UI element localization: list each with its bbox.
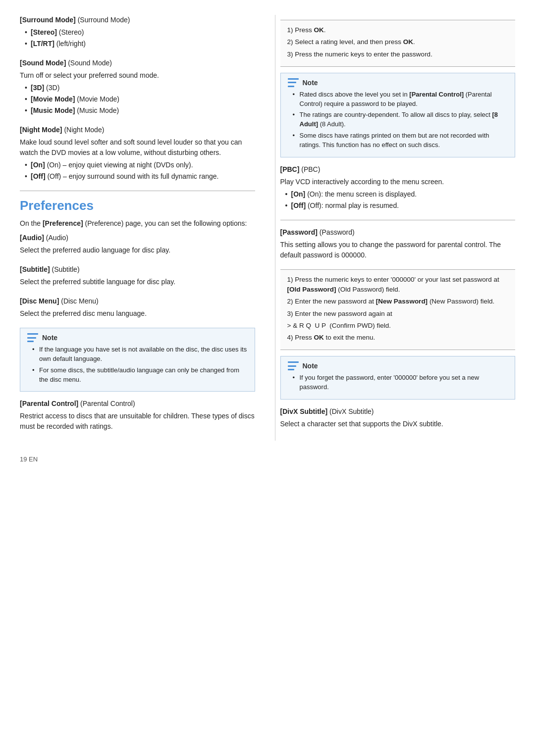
- parental-control-desc: Restrict access to discs that are unsuit…: [20, 411, 255, 432]
- sound-mode-section: [Sound Mode] (Sound Mode) Turn off or se…: [20, 58, 255, 116]
- steps-parental-box: 1) Press OK. 2) Select a rating level, a…: [280, 20, 516, 67]
- list-item: For some discs, the subtitle/audio langu…: [32, 366, 248, 385]
- note-label: Note: [303, 362, 318, 370]
- note-list: If the language you have set is not avai…: [27, 345, 248, 384]
- note-icon: [27, 333, 38, 342]
- note-list: Rated discs above the level you set in […: [288, 90, 508, 150]
- note-label: Note: [42, 334, 57, 342]
- list-item: Some discs have ratings printed on them …: [293, 131, 508, 150]
- note-header: Note: [288, 361, 508, 370]
- surround-mode-section: [Surround Mode] (Surround Mode) [Stereo]…: [20, 15, 255, 49]
- note-box-parental: Note Rated discs above the level you set…: [280, 73, 516, 157]
- list-item: The ratings are country-dependent. To al…: [293, 110, 508, 129]
- night-mode-desc: Make loud sound level softer and soft so…: [20, 137, 255, 158]
- note-box-preferences: Note If the language you have set is not…: [20, 328, 255, 392]
- audio-title: [Audio] (Audio): [20, 233, 255, 243]
- sound-mode-title: [Sound Mode] (Sound Mode): [20, 58, 255, 68]
- page-number: 19: [20, 455, 27, 463]
- note-icon: [288, 78, 299, 87]
- list-item: [On] (On): the menu screen is displayed.: [285, 189, 516, 200]
- step-1: 1) Press the numeric keys to enter '0000…: [287, 275, 509, 295]
- audio-section: [Audio] (Audio) Select the preferred aud…: [20, 233, 255, 255]
- pbc-title: [PBC] (PBC): [280, 164, 516, 175]
- steps-password-box: 1) Press the numeric keys to enter '0000…: [280, 269, 516, 351]
- step-3: 3) Press the numeric keys to enter the p…: [287, 50, 509, 59]
- list-item: [Off] (Off) – enjoy surround sound with …: [25, 171, 255, 182]
- password-desc: This setting allows you to change the pa…: [280, 240, 516, 260]
- subtitle-title: [Subtitle] (Subtitle): [20, 264, 255, 275]
- list-item: If you forget the password, enter '00000…: [293, 373, 508, 392]
- disc-menu-desc: Select the preferred disc menu language.: [20, 308, 255, 319]
- subtitle-section: [Subtitle] (Subtitle) Select the preferr…: [20, 264, 255, 287]
- surround-mode-title: [Surround Mode] (Surround Mode): [20, 15, 255, 25]
- list-item: [3D] (3D): [25, 83, 255, 93]
- pbc-list: [On] (On): the menu screen is displayed.…: [280, 189, 516, 211]
- section-divider: [20, 191, 255, 191]
- section-divider: [280, 220, 516, 220]
- pbc-desc: Play VCD interactively according to the …: [280, 177, 516, 187]
- step-2: 2) Select a rating level, and then press…: [287, 37, 509, 47]
- sound-mode-list: [3D] (3D) [Movie Mode] (Movie Mode) [Mus…: [20, 83, 255, 116]
- list-item: [LT/RT] (left/right): [25, 39, 255, 49]
- subtitle-desc: Select the preferred subtitle language f…: [20, 277, 255, 287]
- night-mode-list: [On] (On) – enjoy quiet viewing at night…: [20, 160, 255, 182]
- list-item: Rated discs above the level you set in […: [293, 90, 508, 109]
- right-column: 1) Press OK. 2) Select a rating level, a…: [275, 15, 516, 441]
- night-mode-section: [Night Mode] (Night Mode) Make loud soun…: [20, 125, 255, 182]
- left-column: [Surround Mode] (Surround Mode) [Stereo]…: [20, 15, 260, 441]
- note-icon: [288, 361, 299, 370]
- sound-mode-desc: Turn off or select your preferred sound …: [20, 70, 255, 81]
- list-item: [Movie Mode] (Movie Mode): [25, 94, 255, 104]
- password-title: [Password] (Password): [280, 227, 516, 238]
- password-section: [Password] (Password) This setting allow…: [280, 227, 516, 260]
- step-4: 4) Press OK to exit the menu.: [287, 333, 509, 343]
- disc-menu-title: [Disc Menu] (Disc Menu): [20, 296, 255, 306]
- surround-mode-list: [Stereo] (Stereo) [LT/RT] (left/right): [20, 27, 255, 49]
- preferences-heading: Preferences: [20, 198, 255, 213]
- note-list: If you forget the password, enter '00000…: [288, 373, 508, 392]
- list-item: [Off] (Off): normal play is resumed.: [285, 201, 516, 211]
- list-item: [Music Mode] (Music Mode): [25, 105, 255, 116]
- note-label: Note: [303, 79, 318, 87]
- audio-desc: Select the preferred audio language for …: [20, 245, 255, 255]
- night-mode-title: [Night Mode] (Night Mode): [20, 125, 255, 135]
- parental-control-title: [Parental Control] (Parental Control): [20, 399, 255, 409]
- parental-control-section: [Parental Control] (Parental Control) Re…: [20, 399, 255, 432]
- divx-subtitle-section: [DivX Subtitle] (DivX Subtitle) Select a…: [280, 406, 516, 429]
- note-header: Note: [288, 78, 508, 87]
- page-lang-code: EN: [29, 455, 38, 463]
- step-3b: > & R Q U P (Confirm PWD) field.: [287, 321, 509, 331]
- page-footer: 19 EN: [20, 455, 515, 463]
- step-1: 1) Press OK.: [287, 25, 509, 35]
- note-box-password: Note If you forget the password, enter '…: [280, 356, 516, 400]
- pbc-section: [PBC] (PBC) Play VCD interactively accor…: [280, 164, 516, 211]
- disc-menu-section: [Disc Menu] (Disc Menu) Select the prefe…: [20, 296, 255, 319]
- list-item: If the language you have set is not avai…: [32, 345, 248, 364]
- divx-subtitle-title: [DivX Subtitle] (DivX Subtitle): [280, 406, 516, 417]
- divx-subtitle-desc: Select a character set that supports the…: [280, 419, 516, 429]
- preferences-intro: On the [Preference] (Preference) page, y…: [20, 218, 255, 229]
- note-header: Note: [27, 333, 248, 342]
- list-item: [On] (On) – enjoy quiet viewing at night…: [25, 160, 255, 170]
- list-item: [Stereo] (Stereo): [25, 27, 255, 38]
- step-2: 2) Enter the new password at [New Passwo…: [287, 297, 509, 306]
- step-3: 3) Enter the new password again at: [287, 309, 509, 319]
